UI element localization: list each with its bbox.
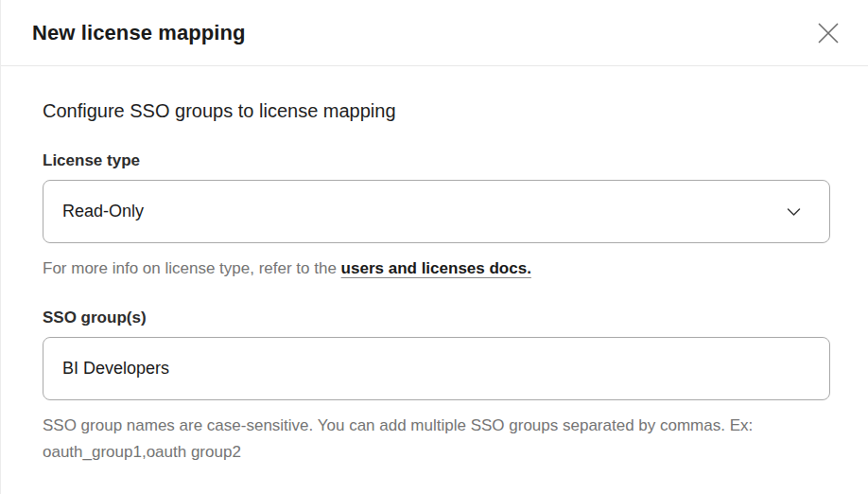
modal-header: New license mapping xyxy=(1,0,868,66)
modal-body: Configure SSO groups to license mapping … xyxy=(1,100,868,466)
chevron-down-icon xyxy=(787,207,801,217)
sso-groups-helper-text: SSO group names are case-sensitive. You … xyxy=(43,413,808,466)
helper-text-prefix: For more info on license type, refer to … xyxy=(43,259,341,277)
users-and-licenses-docs-link[interactable]: users and licenses docs. xyxy=(341,259,531,277)
license-type-select[interactable]: Read-Only xyxy=(43,180,830,243)
sso-groups-input[interactable] xyxy=(43,337,830,400)
x-icon xyxy=(816,21,841,45)
license-type-helper-text: For more info on license type, refer to … xyxy=(43,256,808,282)
sso-groups-label: SSO group(s) xyxy=(43,309,829,327)
license-type-label: License type xyxy=(43,151,829,170)
form-heading: Configure SSO groups to license mapping xyxy=(43,100,829,122)
license-type-field-group: License type Read-Only For more info on … xyxy=(43,151,829,282)
license-type-selected-value: Read-Only xyxy=(62,202,787,221)
modal-title: New license mapping xyxy=(32,21,246,45)
close-button[interactable] xyxy=(814,19,842,47)
sso-groups-field-group: SSO group(s) SSO group names are case-se… xyxy=(43,309,829,466)
new-license-mapping-modal: New license mapping Configure SSO groups… xyxy=(0,0,868,494)
